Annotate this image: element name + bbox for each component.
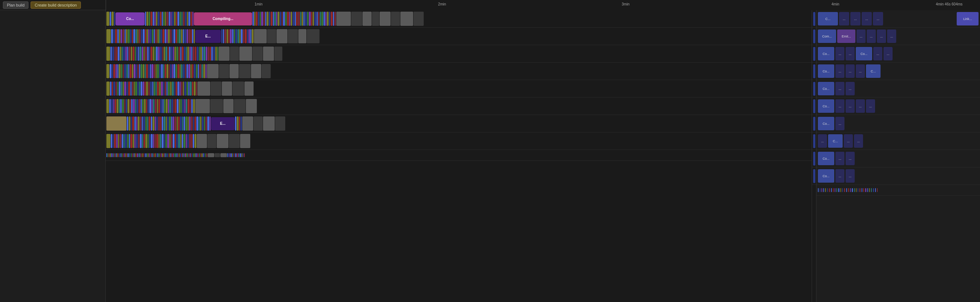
right-bar[interactable]: ... — [846, 65, 855, 78]
left-panel — [0, 10, 106, 302]
right-row-6: Co... ... ... ... ... — [816, 98, 980, 115]
right-bar[interactable]: Co... — [818, 99, 834, 113]
right-bar[interactable]: ... — [846, 152, 855, 165]
ruler-mark-3min: 3min — [622, 0, 630, 6]
table-row — [106, 98, 812, 115]
right-bar[interactable]: Co... — [856, 47, 872, 60]
right-row-7: Co... ... — [816, 115, 980, 133]
app-container: Plan build Create build description 1min… — [0, 0, 980, 302]
table-row — [106, 150, 812, 161]
right-row-2: Com... Emit... ... ... ... ... — [816, 28, 980, 45]
right-bar[interactable]: ... — [873, 12, 883, 25]
right-bar[interactable]: ... — [835, 117, 845, 130]
right-bar[interactable]: ... — [850, 12, 861, 25]
table-row: E... — [106, 115, 812, 133]
right-bar[interactable]: Com... — [818, 30, 836, 43]
right-bar[interactable]: ... — [867, 30, 876, 43]
right-bar[interactable]: ... — [854, 134, 863, 148]
right-bar[interactable]: ... — [856, 30, 865, 43]
right-bar[interactable]: ... — [883, 47, 892, 60]
right-bar[interactable]: ... — [835, 82, 845, 95]
left-panel-header: Plan build Create build description — [0, 2, 106, 9]
table-row — [106, 80, 812, 98]
right-bar[interactable]: ... — [846, 82, 855, 95]
right-bar[interactable]: C... — [828, 134, 843, 148]
right-bar[interactable]: Emit... — [837, 30, 855, 43]
plan-build-button[interactable]: Plan build — [3, 2, 29, 9]
right-bar[interactable]: ... — [835, 99, 845, 113]
right-row-bottom — [816, 185, 980, 196]
ruler-mark-4min: 4min — [831, 0, 839, 6]
main-timeline: Co... — [106, 10, 812, 302]
right-bar[interactable]: ... — [873, 47, 882, 60]
right-bar[interactable]: ... — [835, 47, 845, 60]
table-row: Co... — [106, 10, 812, 28]
right-bar[interactable]: ... — [818, 134, 827, 148]
right-bar[interactable]: Co... — [818, 65, 834, 78]
right-bar[interactable]: ... — [839, 12, 849, 25]
right-bar[interactable]: ... — [846, 47, 855, 60]
right-row-10: Co... ... ... — [816, 168, 980, 185]
right-row-4: Co... ... ... ... C... — [816, 63, 980, 80]
right-row-9: Co... ... ... — [816, 150, 980, 168]
content-area: Co... — [0, 10, 980, 302]
timeline-header: Plan build Create build description 1min… — [0, 0, 980, 10]
right-bar[interactable]: ... — [844, 134, 853, 148]
right-bar[interactable]: ... — [887, 30, 896, 43]
right-bar[interactable]: ... — [846, 169, 855, 183]
right-row-5: Co... ... ... — [816, 80, 980, 98]
right-bar[interactable]: ... — [862, 12, 872, 25]
right-bar[interactable]: ... — [856, 99, 865, 113]
table-row — [106, 63, 812, 80]
right-bar[interactable]: Co... — [818, 82, 834, 95]
bar-e2[interactable]: E... — [211, 117, 235, 130]
right-bar[interactable]: ... — [835, 152, 845, 165]
right-bar[interactable]: Co... — [818, 47, 834, 60]
right-bar[interactable]: ... — [846, 99, 855, 113]
right-bar[interactable]: C... — [818, 12, 838, 25]
right-bar[interactable]: Co... — [818, 169, 834, 183]
right-row-1: C... ... ... ... ... Link... — [816, 10, 980, 28]
ruler-mark-2min: 2min — [438, 0, 446, 6]
bar-co[interactable]: Co... — [116, 13, 145, 25]
table-row: E... — [106, 28, 812, 45]
right-bar[interactable]: ... — [877, 30, 886, 43]
separator-panel — [812, 10, 816, 302]
right-bar[interactable]: C... — [866, 65, 881, 78]
right-bar[interactable]: Co... — [818, 117, 834, 130]
right-panel: C... ... ... ... ... Link... Com... Emit… — [816, 10, 980, 302]
right-bar[interactable]: ... — [866, 99, 875, 113]
table-row — [106, 133, 812, 150]
right-bar[interactable]: Co... — [818, 152, 834, 165]
bar-e[interactable]: E... — [195, 30, 221, 43]
create-build-description-button[interactable]: Create build description — [30, 2, 81, 9]
right-bar-link[interactable]: Link... — [957, 12, 978, 25]
ruler-mark-1min: 1min — [255, 0, 262, 6]
ruler-mark-total: 4min 46s 604ms — [936, 0, 963, 6]
right-row-8: ... C... ... ... — [816, 133, 980, 150]
right-bar[interactable]: ... — [835, 65, 845, 78]
right-bar[interactable]: ... — [856, 65, 865, 78]
right-bar[interactable]: ... — [835, 169, 845, 183]
right-row-3: Co... ... ... Co... ... ... — [816, 45, 980, 63]
bar-compiling[interactable]: Compiling... — [194, 13, 252, 25]
table-row — [106, 45, 812, 63]
timeline-ruler: 1min 2min 3min 4min 4min 46s 604ms — [106, 0, 980, 10]
